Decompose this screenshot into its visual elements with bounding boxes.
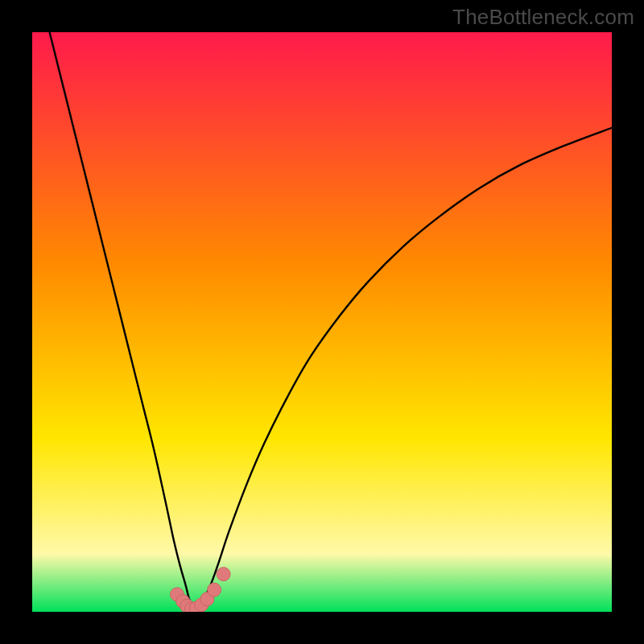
marker-point [217,568,230,581]
outer-frame: TheBottleneck.com [0,0,644,644]
gradient-background [32,32,612,612]
marker-point [208,583,221,597]
chart-svg [32,32,612,612]
watermark-text: TheBottleneck.com [452,5,634,30]
plot-area [32,32,612,612]
